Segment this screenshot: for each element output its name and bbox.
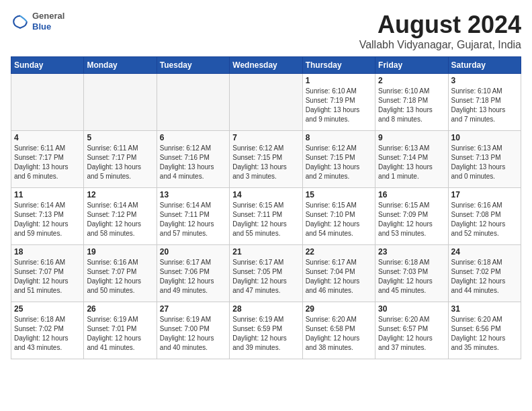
day-info: Sunrise: 6:11 AM Sunset: 7:17 PM Dayligh…	[87, 144, 153, 181]
calendar-cell	[11, 74, 84, 131]
weekday-header-saturday: Saturday	[448, 57, 521, 74]
calendar-table: SundayMondayTuesdayWednesdayThursdayFrid…	[11, 56, 521, 359]
calendar-cell: 2Sunrise: 6:10 AM Sunset: 7:18 PM Daylig…	[375, 74, 448, 131]
day-number: 27	[160, 304, 226, 314]
day-info: Sunrise: 6:20 AM Sunset: 6:56 PM Dayligh…	[451, 315, 518, 353]
day-number: 23	[378, 247, 445, 257]
day-number: 11	[14, 190, 81, 199]
calendar-cell: 19Sunrise: 6:16 AM Sunset: 7:07 PM Dayli…	[84, 245, 157, 302]
day-number: 28	[232, 304, 299, 314]
logo: General Blue	[11, 11, 64, 32]
day-number: 15	[306, 190, 372, 199]
day-info: Sunrise: 6:17 AM Sunset: 7:04 PM Dayligh…	[306, 258, 372, 295]
day-info: Sunrise: 6:10 AM Sunset: 7:18 PM Dayligh…	[378, 87, 445, 124]
calendar-cell: 7Sunrise: 6:12 AM Sunset: 7:15 PM Daylig…	[230, 131, 302, 188]
calendar-cell	[230, 74, 302, 131]
calendar-cell: 15Sunrise: 6:15 AM Sunset: 7:10 PM Dayli…	[302, 188, 375, 245]
day-info: Sunrise: 6:20 AM Sunset: 6:58 PM Dayligh…	[306, 315, 372, 353]
month-title: August 2024	[359, 11, 521, 39]
calendar-cell: 5Sunrise: 6:11 AM Sunset: 7:17 PM Daylig…	[84, 131, 157, 188]
week-row-1: 1Sunrise: 6:10 AM Sunset: 7:19 PM Daylig…	[11, 74, 521, 131]
day-info: Sunrise: 6:15 AM Sunset: 7:09 PM Dayligh…	[378, 201, 445, 238]
calendar-cell: 30Sunrise: 6:20 AM Sunset: 6:57 PM Dayli…	[375, 302, 448, 359]
weekday-header-monday: Monday	[84, 57, 157, 74]
day-info: Sunrise: 6:15 AM Sunset: 7:10 PM Dayligh…	[306, 201, 372, 238]
calendar-cell: 4Sunrise: 6:11 AM Sunset: 7:17 PM Daylig…	[11, 131, 84, 188]
weekday-header-sunday: Sunday	[11, 57, 84, 74]
calendar-cell: 26Sunrise: 6:19 AM Sunset: 7:01 PM Dayli…	[84, 302, 157, 359]
day-info: Sunrise: 6:16 AM Sunset: 7:07 PM Dayligh…	[14, 258, 81, 295]
calendar-cell: 11Sunrise: 6:14 AM Sunset: 7:13 PM Dayli…	[11, 188, 84, 245]
logo-text: General Blue	[32, 11, 64, 32]
day-info: Sunrise: 6:10 AM Sunset: 7:18 PM Dayligh…	[451, 87, 518, 124]
calendar-cell: 12Sunrise: 6:14 AM Sunset: 7:12 PM Dayli…	[84, 188, 157, 245]
calendar-cell: 6Sunrise: 6:12 AM Sunset: 7:16 PM Daylig…	[157, 131, 229, 188]
day-number: 16	[378, 190, 445, 199]
day-info: Sunrise: 6:13 AM Sunset: 7:14 PM Dayligh…	[378, 144, 445, 181]
day-info: Sunrise: 6:18 AM Sunset: 7:02 PM Dayligh…	[14, 315, 81, 353]
calendar-cell: 24Sunrise: 6:18 AM Sunset: 7:02 PM Dayli…	[448, 245, 521, 302]
day-number: 30	[378, 304, 445, 314]
day-info: Sunrise: 6:17 AM Sunset: 7:05 PM Dayligh…	[232, 258, 299, 295]
day-number: 31	[451, 304, 518, 314]
calendar-cell: 21Sunrise: 6:17 AM Sunset: 7:05 PM Dayli…	[230, 245, 302, 302]
day-number: 6	[160, 133, 226, 142]
calendar-cell: 27Sunrise: 6:19 AM Sunset: 7:00 PM Dayli…	[157, 302, 229, 359]
calendar-cell: 16Sunrise: 6:15 AM Sunset: 7:09 PM Dayli…	[375, 188, 448, 245]
calendar-cell	[157, 74, 229, 131]
day-number: 5	[87, 133, 153, 142]
calendar-cell	[84, 74, 157, 131]
calendar-cell: 25Sunrise: 6:18 AM Sunset: 7:02 PM Dayli…	[11, 302, 84, 359]
location-text: Vallabh Vidyanagar, Gujarat, India	[359, 39, 521, 51]
calendar-cell: 17Sunrise: 6:16 AM Sunset: 7:08 PM Dayli…	[448, 188, 521, 245]
calendar-cell: 31Sunrise: 6:20 AM Sunset: 6:56 PM Dayli…	[448, 302, 521, 359]
day-info: Sunrise: 6:18 AM Sunset: 7:03 PM Dayligh…	[378, 258, 445, 295]
day-number: 14	[232, 190, 299, 199]
day-number: 7	[232, 133, 299, 142]
day-number: 22	[306, 247, 372, 257]
day-info: Sunrise: 6:11 AM Sunset: 7:17 PM Dayligh…	[14, 144, 81, 181]
day-number: 8	[306, 133, 372, 142]
calendar-cell: 3Sunrise: 6:10 AM Sunset: 7:18 PM Daylig…	[448, 74, 521, 131]
calendar-cell: 22Sunrise: 6:17 AM Sunset: 7:04 PM Dayli…	[302, 245, 375, 302]
day-info: Sunrise: 6:17 AM Sunset: 7:06 PM Dayligh…	[160, 258, 226, 295]
weekday-header-row: SundayMondayTuesdayWednesdayThursdayFrid…	[11, 57, 521, 74]
day-info: Sunrise: 6:14 AM Sunset: 7:11 PM Dayligh…	[160, 201, 226, 238]
day-number: 24	[451, 247, 518, 257]
weekday-header-thursday: Thursday	[302, 57, 375, 74]
day-info: Sunrise: 6:14 AM Sunset: 7:13 PM Dayligh…	[14, 201, 81, 238]
day-info: Sunrise: 6:20 AM Sunset: 6:57 PM Dayligh…	[378, 315, 445, 353]
week-row-3: 11Sunrise: 6:14 AM Sunset: 7:13 PM Dayli…	[11, 188, 521, 245]
day-info: Sunrise: 6:18 AM Sunset: 7:02 PM Dayligh…	[451, 258, 518, 295]
calendar-cell: 20Sunrise: 6:17 AM Sunset: 7:06 PM Dayli…	[157, 245, 229, 302]
day-number: 13	[160, 190, 226, 199]
day-number: 2	[378, 76, 445, 85]
calendar-cell: 1Sunrise: 6:10 AM Sunset: 7:19 PM Daylig…	[302, 74, 375, 131]
day-number: 18	[14, 247, 81, 257]
day-info: Sunrise: 6:19 AM Sunset: 7:01 PM Dayligh…	[87, 315, 153, 353]
weekday-header-wednesday: Wednesday	[230, 57, 302, 74]
day-info: Sunrise: 6:12 AM Sunset: 7:15 PM Dayligh…	[306, 144, 372, 181]
calendar-cell: 29Sunrise: 6:20 AM Sunset: 6:58 PM Dayli…	[302, 302, 375, 359]
day-info: Sunrise: 6:13 AM Sunset: 7:13 PM Dayligh…	[451, 144, 518, 181]
day-number: 20	[160, 247, 226, 257]
day-info: Sunrise: 6:10 AM Sunset: 7:19 PM Dayligh…	[306, 87, 372, 124]
calendar-cell: 9Sunrise: 6:13 AM Sunset: 7:14 PM Daylig…	[375, 131, 448, 188]
calendar-cell: 13Sunrise: 6:14 AM Sunset: 7:11 PM Dayli…	[157, 188, 229, 245]
week-row-5: 25Sunrise: 6:18 AM Sunset: 7:02 PM Dayli…	[11, 302, 521, 359]
day-number: 26	[87, 304, 153, 314]
title-area: August 2024 Vallabh Vidyanagar, Gujarat,…	[359, 11, 521, 51]
calendar-cell: 14Sunrise: 6:15 AM Sunset: 7:11 PM Dayli…	[230, 188, 302, 245]
day-info: Sunrise: 6:19 AM Sunset: 7:00 PM Dayligh…	[160, 315, 226, 353]
calendar-cell: 8Sunrise: 6:12 AM Sunset: 7:15 PM Daylig…	[302, 131, 375, 188]
day-number: 9	[378, 133, 445, 142]
logo-icon	[11, 12, 30, 31]
day-number: 12	[87, 190, 153, 199]
calendar-cell: 18Sunrise: 6:16 AM Sunset: 7:07 PM Dayli…	[11, 245, 84, 302]
logo-general-text: General	[32, 11, 64, 21]
page-header: General Blue August 2024 Vallabh Vidyana…	[11, 11, 521, 51]
weekday-header-tuesday: Tuesday	[157, 57, 229, 74]
day-info: Sunrise: 6:15 AM Sunset: 7:11 PM Dayligh…	[232, 201, 299, 238]
day-number: 17	[451, 190, 518, 199]
weekday-header-friday: Friday	[375, 57, 448, 74]
